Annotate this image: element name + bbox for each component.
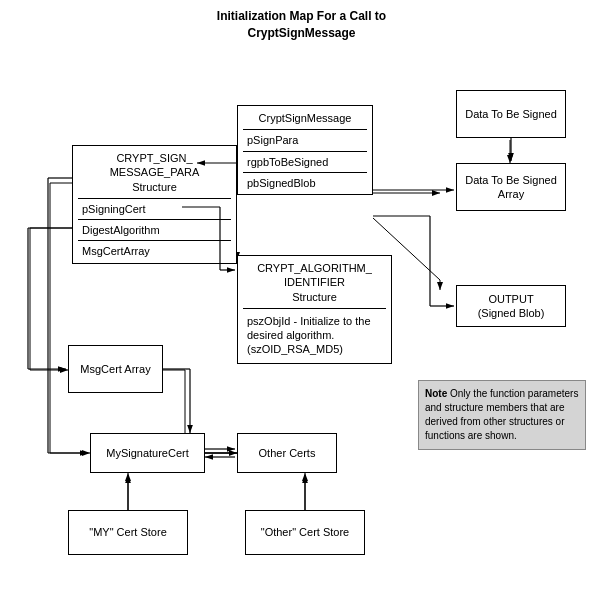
other-cert-store-box: "Other" Cert Store — [245, 510, 365, 555]
crypt-algo-text: pszObjId - Initialize to the desired alg… — [243, 311, 386, 360]
output-title: OUTPUT(Signed Blob) — [478, 292, 545, 321]
crypt-sign-para-title: CRYPT_SIGN_MESSAGE_PARAStructure — [110, 149, 200, 196]
digest-algo-field: DigestAlgorithm — [78, 222, 231, 238]
my-cert-store-title: "MY" Cert Store — [89, 525, 167, 539]
crypt-sign-message-title: CryptSignMessage — [259, 109, 352, 127]
data-to-be-signed-box: Data To Be Signed — [456, 90, 566, 138]
pb-signed-blob-field: pbSignedBlob — [243, 175, 367, 191]
note-box: Note Only the function parameters and st… — [418, 380, 586, 450]
psign-para-field: pSignPara — [243, 132, 367, 148]
my-signature-cert-title: MySignatureCert — [106, 446, 189, 460]
other-certs-box: Other Certs — [237, 433, 337, 473]
crypt-sign-message-box: CryptSignMessage pSignPara rgpbToBeSigne… — [237, 105, 373, 195]
msg-cert-array-field: MsgCertArray — [78, 243, 231, 259]
my-cert-store-box: "MY" Cert Store — [68, 510, 188, 555]
crypt-sign-para-box: CRYPT_SIGN_MESSAGE_PARAStructure pSignin… — [72, 145, 237, 264]
crypt-algo-title: CRYPT_ALGORITHM_IDENTIFIERStructure — [243, 259, 386, 306]
my-signature-cert-box: MySignatureCert — [90, 433, 205, 473]
signing-cert-field: pSigningCert — [78, 201, 231, 217]
msg-cert-array-title: MsgCert Array — [80, 362, 150, 376]
data-to-be-signed-title: Data To Be Signed — [465, 107, 557, 121]
note-label: Note — [425, 388, 447, 399]
output-box: OUTPUT(Signed Blob) — [456, 285, 566, 327]
msg-cert-array-box: MsgCert Array — [68, 345, 163, 393]
note-text: Only the function parameters and structu… — [425, 388, 578, 441]
crypt-algo-box: CRYPT_ALGORITHM_IDENTIFIERStructure pszO… — [237, 255, 392, 364]
other-cert-store-title: "Other" Cert Store — [261, 525, 350, 539]
other-certs-title: Other Certs — [259, 446, 316, 460]
page-title: Initialization Map For a Call to CryptSi… — [0, 0, 603, 42]
data-to-be-signed-array-title: Data To Be Signed Array — [462, 173, 560, 202]
rgpb-field: rgpbToBeSigned — [243, 154, 367, 170]
data-to-be-signed-array-box: Data To Be Signed Array — [456, 163, 566, 211]
